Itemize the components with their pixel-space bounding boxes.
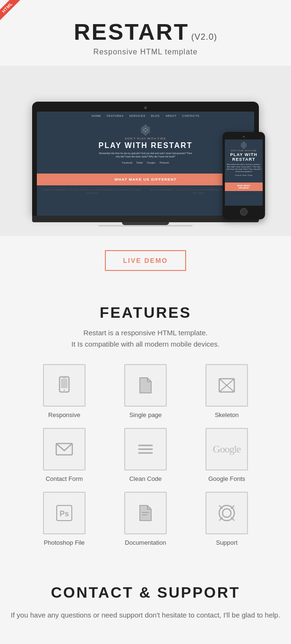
features-description: Restart is a responsive HTML template. I… bbox=[9, 327, 282, 350]
svg-rect-3 bbox=[63, 378, 66, 378]
feature-icon-box-support bbox=[205, 492, 248, 534]
laptop-social-links: FacebookTwitterGoogle+Pinterest bbox=[42, 161, 249, 164]
feature-item-clean-code: Clean Code bbox=[110, 428, 181, 482]
features-section: FEATURES Restart is a responsive HTML te… bbox=[0, 285, 291, 565]
feature-item-responsive: Responsive bbox=[28, 364, 100, 418]
feature-label-clean-code: Clean Code bbox=[129, 475, 162, 482]
feature-item-contact-form: Contact Form bbox=[28, 428, 100, 482]
features-title: FEATURES bbox=[9, 304, 282, 322]
feature-label-google-fonts: Google Fonts bbox=[208, 475, 245, 482]
feature-label-single-page: Single page bbox=[129, 411, 162, 418]
contact-description: If you have any questions or need suppor… bbox=[9, 609, 282, 621]
phone-cta: WHAT MAKESDIFFERENT bbox=[225, 183, 263, 191]
live-demo-button[interactable]: LIVE DEMO bbox=[105, 250, 186, 271]
phone-screen: DON'T PLAY WITH FIRE PLAY WITH RESTART R… bbox=[225, 139, 263, 206]
feature-icon-box-responsive bbox=[43, 364, 86, 407]
lines-icon bbox=[135, 439, 156, 460]
phone-mockup: DON'T PLAY WITH FIRE PLAY WITH RESTART R… bbox=[223, 132, 265, 219]
feature-label-photoshop-file: Photoshop File bbox=[44, 539, 85, 546]
feature-item-single-page: Single page bbox=[110, 364, 181, 418]
laptop-hero-title: PLAY WITH RESTART bbox=[42, 141, 249, 150]
feature-item-google-fonts: Google Google Fonts bbox=[191, 428, 263, 482]
envelope-icon bbox=[54, 439, 75, 460]
image-icon bbox=[216, 375, 237, 396]
preview-area: HOMEFEATURESSERVICESBLOGABOUTCONTACTS DO… bbox=[0, 66, 291, 236]
contact-section: CONTACT & SUPPORT If you have any questi… bbox=[0, 565, 291, 640]
contact-title: CONTACT & SUPPORT bbox=[9, 584, 282, 601]
laptop-nav: HOMEFEATURESSERVICESBLOGABOUTCONTACTS bbox=[37, 112, 254, 120]
svg-text:Ps: Ps bbox=[60, 510, 69, 518]
version-label: (V2.0) bbox=[191, 32, 217, 42]
feature-icon-box-skeleton bbox=[205, 364, 248, 407]
ps-icon: Ps bbox=[54, 503, 75, 523]
doc-icon bbox=[135, 503, 156, 523]
features-grid: Responsive Single page bbox=[9, 364, 282, 546]
feature-icon-box-single-page bbox=[124, 364, 167, 407]
laptop-camera bbox=[144, 106, 147, 109]
feature-label-support: Support bbox=[216, 539, 238, 546]
svg-rect-14 bbox=[142, 514, 147, 515]
feature-item-photoshop-file: Ps Photoshop File bbox=[28, 492, 100, 546]
document-icon bbox=[135, 375, 156, 396]
feature-icon-box-documentation bbox=[124, 492, 167, 534]
svg-rect-1 bbox=[61, 379, 68, 388]
phone-icon bbox=[54, 375, 75, 396]
feature-item-skeleton: Skeleton bbox=[191, 364, 263, 418]
feature-icon-box-google-fonts: Google bbox=[205, 428, 248, 470]
feature-label-responsive: Responsive bbox=[48, 411, 80, 418]
feature-icon-box-clean-code bbox=[124, 428, 167, 470]
laptop-screen: HOMEFEATURESSERVICESBLOGABOUTCONTACTS DO… bbox=[37, 112, 254, 216]
laptop-hero: DON'T PLAY WITH FIRE PLAY WITH RESTART R… bbox=[37, 120, 254, 169]
header: RESTART (V2.0) Responsive HTML template bbox=[0, 0, 291, 66]
feature-item-documentation: Documentation bbox=[110, 492, 181, 546]
laptop-cta-desc: Facts are meaningless. You could use fac… bbox=[37, 185, 254, 198]
feature-label-skeleton: Skeleton bbox=[215, 411, 239, 418]
svg-point-16 bbox=[223, 509, 231, 517]
laptop-cta-bar: WHAT MAKE US DIFFERENT bbox=[37, 174, 254, 185]
feature-icon-box-contact-form bbox=[43, 428, 86, 470]
phone-hero: DON'T PLAY WITH FIRE PLAY WITH RESTART R… bbox=[225, 139, 263, 179]
feature-item-support: Support bbox=[191, 492, 263, 546]
lifesaver-icon bbox=[216, 503, 237, 523]
laptop-hero-text: Remember the time he ate my granola? And… bbox=[98, 152, 193, 158]
google-icon: Google bbox=[213, 443, 241, 455]
phone-camera bbox=[243, 136, 245, 138]
header-subtitle: Responsive HTML template bbox=[9, 48, 282, 56]
live-demo-section: LIVE DEMO bbox=[0, 236, 291, 285]
phone-home-button bbox=[240, 208, 248, 216]
laptop-hero-subtitle: DON'T PLAY WITH FIRE bbox=[42, 137, 249, 140]
feature-label-documentation: Documentation bbox=[125, 539, 166, 546]
feature-label-contact-form: Contact Form bbox=[46, 475, 83, 482]
page-title: RESTART bbox=[74, 19, 189, 44]
svg-point-2 bbox=[64, 390, 65, 391]
feature-icon-box-photoshop-file: Ps bbox=[43, 492, 86, 534]
svg-rect-13 bbox=[142, 512, 149, 513]
